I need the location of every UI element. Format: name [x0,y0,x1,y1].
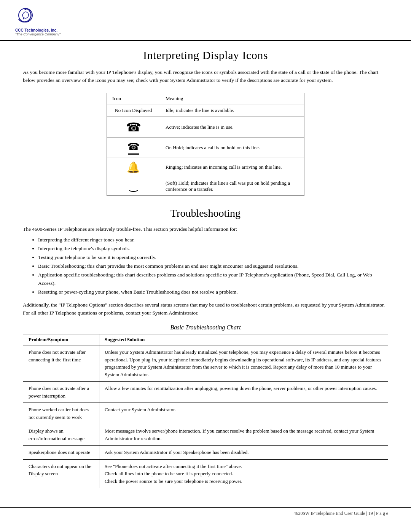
icon-cell: 🔔 [107,158,160,177]
icon-table-row: No Icon DisplayedIdle; indicates the lin… [107,104,304,117]
trouble-intro: The 4600-Series IP Telephones are relati… [23,225,388,233]
page-header: CCC Technologies, Inc. "The Convergence … [0,0,411,41]
trouble-bullets: Interpreting the different ringer tones … [38,236,388,297]
page-footer: 4620SW IP Telephone End User Guide | 19 … [0,507,411,519]
bullet-item: Interpreting the different ringer tones … [38,236,388,244]
meaning-cell: Active; indicates the line is in use. [160,117,304,137]
company-name: CCC Technologies, Inc. [15,28,61,32]
troubleshooting-title: Troubleshooting [23,207,388,219]
table-row: Characters do not appear on the Display … [23,459,388,488]
icon-table-row: ☎Active; indicates the line is in use. [107,117,304,137]
icons-table-wrapper: Icon Meaning No Icon DisplayedIdle; indi… [23,93,388,196]
solution-cell: Most messages involve server/phone inter… [99,424,388,446]
icon-table-row: 🔔Ringing; indicates an incoming call is … [107,158,304,177]
table-row: Display shows an error/informational mes… [23,424,388,446]
additional-text: Additionally, the "IP Telephone Options"… [23,301,388,317]
footer-text: 4620SW IP Telephone End User Guide | 19 … [293,511,388,516]
problem-cell: Display shows an error/informational mes… [23,424,99,446]
logo-text: CCC Technologies, Inc. "The Convergence … [15,28,61,36]
bullet-item: Testing your telephone to be sure it is … [38,253,388,262]
company-tagline: "The Convergence Company" [15,32,61,36]
col-solution-header: Suggested Solution [99,334,388,345]
meaning-cell: Idle; indicates the line is available. [160,104,304,117]
bullet-item: Interpreting the telephone's display sym… [38,244,388,253]
icon-cell: ☎ [107,117,160,137]
col-meaning-header: Meaning [160,93,304,104]
interpreting-title: Interpreting Display Icons [23,49,388,62]
svg-point-0 [19,8,32,22]
problem-cell: Speakerphone does not operate [23,446,99,460]
solution-cell: Contact your System Administrator. [99,403,388,424]
interpreting-intro: As you become more familiar with your IP… [23,69,388,85]
bullet-item: Basic Troubleshooting; this chart provid… [38,262,388,271]
problem-cell: Phone does not activate after a power in… [23,382,99,403]
logo-area: CCC Technologies, Inc. "The Convergence … [15,7,61,36]
table-row: Phone does not activate after a power in… [23,382,388,403]
icon-cell: No Icon Displayed [107,104,160,117]
icons-table: Icon Meaning No Icon DisplayedIdle; indi… [107,93,304,196]
bullet-item: Application-specific troubleshooting; th… [38,271,388,288]
problem-cell: Characters do not appear on the Display … [23,459,99,488]
trouble-table: Problem/Symptom Suggested Solution Phone… [23,334,388,488]
icon-cell: ⁀ [107,177,160,195]
table-row: Phone does not activate after connecting… [23,345,388,382]
solution-cell: Allow a few minutes for reinitialization… [99,382,388,403]
solution-cell: Unless your System Administrator has alr… [99,345,388,382]
col-icon-header: Icon [107,93,160,104]
problem-cell: Phone worked earlier but does not curren… [23,403,99,424]
table-row: Phone worked earlier but does not curren… [23,403,388,424]
meaning-cell: (Soft) Hold; indicates this line's call … [160,177,304,195]
meaning-cell: Ringing; indicates an incoming call is a… [160,158,304,177]
company-logo [15,7,36,27]
meaning-cell: On Hold; indicates a call is on hold on … [160,137,304,158]
icon-table-row: ☎ On Hold; indicates a call is on hold o… [107,137,304,158]
table-row: Speakerphone does not operateAsk your Sy… [23,446,388,460]
col-problem-header: Problem/Symptom [23,334,99,345]
problem-cell: Phone does not activate after connecting… [23,345,99,382]
chart-title: Basic Troubleshooting Chart [23,324,388,331]
icon-cell: ☎ [107,137,160,158]
icon-table-row: ⁀(Soft) Hold; indicates this line's call… [107,177,304,195]
solution-cell: Ask your System Administrator if your Sp… [99,446,388,460]
bullet-item: Resetting or power-cycling your phone, w… [38,288,388,297]
solution-cell: See "Phone does not activate after conne… [99,459,388,488]
